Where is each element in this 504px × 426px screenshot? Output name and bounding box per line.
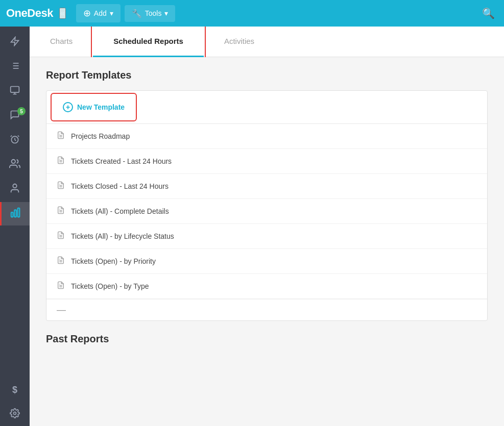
list-item[interactable]: Tickets (Open) - by Priority (46, 249, 487, 274)
template-list: Projects Roadmap Tickets Created - Last … (46, 123, 487, 320)
template-name: Tickets Closed - Last 24 Hours (71, 182, 169, 190)
new-template-button[interactable]: + New Template (53, 95, 135, 119)
svg-point-13 (12, 159, 15, 163)
users-settings-icon (9, 158, 20, 172)
dollar-icon: $ (12, 385, 17, 395)
sidebar-item-list[interactable] (0, 55, 30, 79)
svg-line-12 (15, 139, 16, 140)
template-name: Tickets (All) - by Lifecycle Status (71, 232, 174, 240)
chat-badge: 5 (17, 107, 26, 115)
add-button[interactable]: ⊕ Add ▾ (76, 4, 121, 22)
svg-marker-0 (11, 37, 19, 45)
document-icon (57, 131, 65, 141)
document-icon (57, 281, 65, 291)
list-icon (10, 61, 20, 73)
past-reports-title: Past Reports (46, 333, 488, 345)
sidebar-item-billing[interactable]: $ (0, 378, 30, 402)
svg-point-18 (14, 412, 16, 414)
tools-wrench-icon: 🔧 (132, 9, 142, 18)
sidebar: 5 $ (0, 27, 30, 426)
list-item[interactable]: Tickets (Open) - by Type (46, 274, 487, 299)
template-name: Tickets (Open) - by Priority (71, 257, 156, 265)
users-icon (9, 183, 20, 196)
document-icon (57, 206, 65, 216)
document-icon (57, 256, 65, 266)
dash-separator: — (46, 299, 487, 320)
tools-button[interactable]: 🔧 Tools ▾ (125, 5, 176, 22)
main-layout: 5 $ (0, 27, 504, 426)
svg-rect-15 (11, 212, 13, 217)
list-item[interactable]: Tickets Closed - Last 24 Hours (46, 174, 487, 199)
sidebar-item-analytics[interactable] (0, 202, 30, 225)
sidebar-item-users-settings[interactable] (0, 153, 30, 177)
analytics-icon (10, 207, 21, 221)
tabs-bar: Charts Scheduled Reports Activities (30, 27, 504, 57)
page-content: Report Templates + New Template Projects… (30, 57, 504, 426)
svg-rect-17 (17, 208, 19, 216)
document-icon (57, 181, 65, 191)
list-item[interactable]: Tickets (All) - by Lifecycle Status (46, 224, 487, 249)
add-chevron-icon: ▾ (110, 9, 113, 17)
monitor-icon (10, 85, 20, 98)
template-name: Tickets (Open) - by Type (71, 282, 149, 290)
add-plus-icon: ⊕ (83, 8, 91, 19)
template-name: Projects Roadmap (71, 132, 130, 140)
template-name: Tickets (All) - Complete Details (71, 207, 169, 215)
tools-chevron-icon: ▾ (164, 9, 168, 17)
search-icon: 🔍 (482, 8, 495, 19)
sidebar-item-settings[interactable] (0, 403, 30, 426)
tools-label: Tools (145, 9, 162, 17)
tab-activities[interactable]: Activities (204, 27, 275, 57)
tab-scheduled-reports[interactable]: Scheduled Reports (93, 27, 204, 57)
document-icon (57, 156, 65, 166)
collapse-button[interactable]: « (59, 8, 66, 19)
alarm-icon (10, 134, 20, 147)
svg-point-14 (13, 184, 16, 187)
search-button[interactable]: 🔍 (479, 4, 498, 22)
sidebar-item-alarm[interactable] (0, 129, 30, 152)
new-template-label: New Template (77, 103, 125, 111)
logo: OneDesk (6, 7, 53, 20)
document-icon (57, 231, 65, 241)
sidebar-item-users[interactable] (0, 178, 30, 201)
list-item[interactable]: Tickets Created - Last 24 Hours (46, 149, 487, 174)
add-label: Add (94, 9, 107, 17)
gear-icon (10, 408, 20, 421)
report-templates-title: Report Templates (46, 69, 488, 81)
sidebar-item-monitor[interactable] (0, 80, 30, 103)
sidebar-item-lightning[interactable] (0, 31, 30, 54)
list-item[interactable]: Tickets (All) - Complete Details (46, 199, 487, 224)
templates-card: + New Template Projects Roadmap (46, 90, 488, 321)
topbar: OneDesk « ⊕ Add ▾ 🔧 Tools ▾ 🔍 (0, 0, 504, 27)
lightning-icon (10, 36, 20, 49)
sidebar-item-chat[interactable]: 5 (0, 104, 30, 128)
svg-rect-7 (11, 86, 19, 92)
svg-rect-16 (14, 210, 16, 217)
template-name: Tickets Created - Last 24 Hours (71, 157, 172, 165)
content-area: Charts Scheduled Reports Activities Repo… (30, 27, 504, 426)
list-item[interactable]: Projects Roadmap (46, 124, 487, 149)
new-template-plus-icon: + (63, 102, 73, 112)
tab-charts[interactable]: Charts (30, 27, 93, 57)
